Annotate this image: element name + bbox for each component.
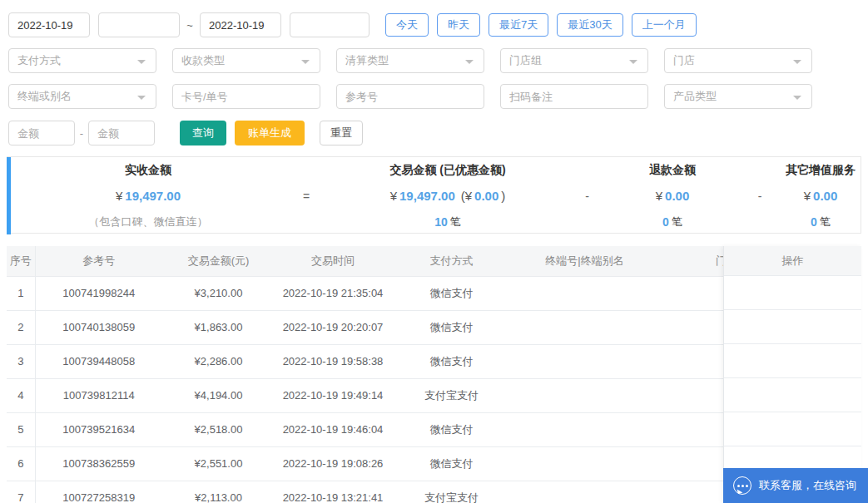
cell-time: 2022-10-19 19:49:14 — [275, 378, 391, 412]
cell-ref: 100739448058 — [35, 344, 162, 378]
end-time-input[interactable] — [290, 12, 370, 37]
summary-panel: 实收金额 ¥19,497.00 （包含口碑、微信直连） = 交易金额 (已优惠金… — [7, 156, 861, 234]
header-time: 交易时间 — [275, 246, 391, 276]
cell-method: 微信支付 — [391, 344, 512, 378]
card-or-order-no-input[interactable] — [172, 84, 320, 109]
refund-amount-value: 0.00 — [665, 189, 689, 203]
cell-time: 2022-10-19 13:21:41 — [275, 481, 391, 503]
summary-received: 实收金额 ¥19,497.00 （包含口碑、微信直连） — [11, 157, 285, 234]
cell-index: 5 — [7, 412, 35, 446]
product-type-placeholder: 产品类型 — [673, 89, 717, 104]
cell-index: 3 — [7, 344, 35, 378]
cell-amount: ¥2,551.00 — [162, 446, 275, 481]
contact-support-label: 联系客服，在线咨询 — [759, 478, 856, 493]
fixed-action-column: 操作 — [723, 246, 861, 503]
discount-amount-value: 0.00 — [474, 189, 498, 203]
terminal-or-alias-placeholder: 终端或别名 — [17, 89, 72, 104]
date-range-separator: ~ — [180, 19, 200, 32]
cell-amount: ¥2,518.00 — [162, 412, 275, 446]
pay-method-select[interactable]: 支付方式 — [8, 48, 156, 73]
currency-symbol: ¥ — [390, 189, 397, 203]
header-amount: 交易金额(元) — [162, 246, 275, 276]
reference-no-input[interactable] — [336, 84, 484, 109]
amount-max-input[interactable] — [88, 121, 155, 145]
cell-amount: ¥2,113.00 — [162, 481, 275, 503]
reset-button[interactable]: 重置 — [320, 121, 363, 145]
terminal-or-alias-select[interactable]: 终端或别名 — [8, 84, 156, 109]
operator-minus-1: - — [568, 157, 606, 234]
cell-time: 2022-10-19 19:08:26 — [275, 446, 391, 481]
header-action: 操作 — [724, 246, 861, 276]
scan-code-remark-input[interactable] — [500, 84, 648, 109]
chat-bubble-icon — [733, 476, 751, 495]
contact-support-button[interactable]: 联系客服，在线咨询 — [723, 468, 868, 503]
cell-action — [724, 276, 861, 310]
cell-method: 微信支付 — [391, 276, 512, 310]
value-added-count-value: 0 — [811, 215, 817, 229]
today-button[interactable]: 今天 — [385, 13, 429, 37]
received-amount-value: 19,497.00 — [125, 189, 181, 203]
last-month-button[interactable]: 上一个月 — [632, 13, 697, 37]
cell-index: 7 — [7, 481, 35, 503]
currency-symbol: ¥ — [116, 189, 122, 203]
start-time-input[interactable] — [98, 12, 180, 37]
end-date-input[interactable] — [200, 12, 281, 37]
store-group-select[interactable]: 门店组 — [500, 48, 648, 73]
cell-terminal — [512, 344, 657, 378]
store-group-placeholder: 门店组 — [509, 53, 542, 68]
cell-action — [724, 310, 861, 344]
cell-amount: ¥4,194.00 — [162, 378, 275, 412]
refund-count-unit: 笔 — [672, 215, 682, 229]
cell-time: 2022-10-19 21:35:04 — [275, 276, 391, 310]
store-select[interactable]: 门店 — [664, 48, 812, 73]
pay-method-placeholder: 支付方式 — [17, 53, 61, 68]
cell-index: 6 — [7, 446, 35, 481]
value-added-amount-value: 0.00 — [813, 189, 837, 203]
cell-terminal — [512, 481, 657, 503]
cell-index: 4 — [7, 378, 35, 412]
transaction-count-value: 10 — [434, 215, 448, 229]
cell-ref: 100740138059 — [35, 310, 162, 344]
last-7-days-button[interactable]: 最近7天 — [489, 13, 548, 37]
refund-label: 退款金额 — [606, 157, 739, 183]
received-label: 实收金额 — [11, 157, 285, 183]
clearing-type-select[interactable]: 清算类型 — [336, 48, 484, 73]
currency-symbol: ¥ — [656, 189, 662, 203]
filter-row-1: 支付方式 收款类型 清算类型 门店组 门店 — [8, 48, 868, 73]
amount-actions-row: - 查询 账单生成 重置 — [8, 121, 868, 145]
discount-open: (¥ — [461, 189, 472, 203]
cell-time: 2022-10-19 19:58:38 — [275, 344, 391, 378]
header-terminal: 终端号|终端别名 — [512, 246, 657, 276]
generate-bill-button[interactable]: 账单生成 — [235, 121, 305, 145]
cell-action — [724, 378, 861, 412]
cell-method: 支付宝支付 — [391, 481, 512, 503]
search-button[interactable]: 查询 — [180, 121, 226, 145]
cell-terminal — [512, 310, 657, 344]
refund-amount: ¥0.00 — [606, 183, 739, 209]
cell-terminal — [512, 446, 657, 481]
cell-method: 微信支付 — [391, 412, 512, 446]
header-pay-method: 支付方式 — [391, 246, 512, 276]
transaction-count-unit: 笔 — [450, 215, 461, 229]
cell-amount: ¥2,286.00 — [162, 344, 275, 378]
cell-method: 支付宝支付 — [391, 378, 512, 412]
clearing-type-placeholder: 清算类型 — [345, 53, 389, 68]
collection-type-select[interactable]: 收款类型 — [172, 48, 320, 73]
operator-equals: = — [285, 157, 327, 234]
filter-row-2: 终端或别名 产品类型 — [8, 84, 868, 109]
date-range-row: ~ 今天 昨天 最近7天 最近30天 上一个月 — [8, 12, 868, 37]
cell-terminal — [512, 378, 657, 412]
amount-min-input[interactable] — [8, 121, 75, 145]
start-date-input[interactable] — [8, 12, 90, 37]
yesterday-button[interactable]: 昨天 — [437, 13, 480, 37]
product-type-select[interactable]: 产品类型 — [664, 84, 812, 109]
value-added-count: 0笔 — [781, 209, 861, 234]
filter-area: ~ 今天 昨天 最近7天 最近30天 上一个月 支付方式 收款类型 清算类型 门… — [0, 0, 868, 145]
transaction-amount: ¥19,497.00 (¥0.00) — [327, 183, 568, 209]
refund-count: 0笔 — [606, 209, 739, 234]
cell-method: 微信支付 — [391, 446, 512, 481]
last-30-days-button[interactable]: 最近30天 — [557, 13, 622, 37]
cell-ref: 100738362559 — [35, 446, 162, 481]
summary-transaction: 交易金额 (已优惠金额) ¥19,497.00 (¥0.00) 10笔 — [327, 157, 568, 234]
store-placeholder: 门店 — [673, 53, 695, 68]
